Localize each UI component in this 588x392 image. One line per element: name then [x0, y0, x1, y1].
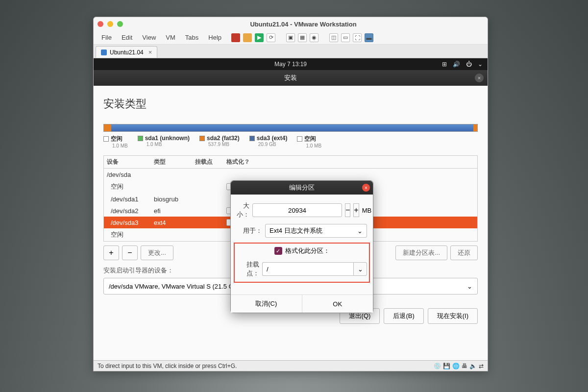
mount-label: 挂载点： [237, 260, 259, 278]
network-icon[interactable]: 🌐 [452, 363, 460, 369]
page-title: 安装类型 [103, 97, 478, 111]
snapshot-icon[interactable]: ▣ [286, 33, 295, 42]
snapshot-manager-icon[interactable]: ▦ [298, 33, 307, 42]
size-decrement-button[interactable]: − [345, 203, 350, 217]
ok-button[interactable]: OK [302, 295, 373, 313]
gnome-top-bar: May 7 13:19 ⊞ 🔊 ⏻ ⌄ [94, 58, 488, 70]
vm-icon [101, 49, 107, 55]
size-input[interactable] [252, 203, 342, 217]
unity-icon[interactable]: ◫ [329, 33, 338, 42]
menu-help[interactable]: Help [204, 33, 225, 42]
partition-table-headers: 设备 类型 挂载点 格式化？ [103, 155, 478, 168]
system-menu[interactable]: ⊞ 🔊 ⏻ ⌄ [442, 61, 483, 68]
install-now-button[interactable]: 现在安装(I) [428, 308, 478, 324]
tab-bar: Ubuntu21.04 × [94, 45, 488, 58]
partition-legend: 空闲 1.0 MB sda1 (unknown) 1.0 MB sda2 (fa… [103, 135, 478, 148]
size-increment-button[interactable]: + [353, 203, 359, 217]
window-title: Ubuntu21.04 - VMware Workstation [123, 21, 484, 28]
partition-bar[interactable] [103, 124, 478, 132]
mount-point-combo[interactable]: ⌄ [262, 262, 367, 276]
menu-view[interactable]: View [138, 33, 160, 42]
hdd-icon[interactable]: 💾 [443, 363, 450, 369]
legend-sda1: sda1 (unknown) 1.0 MB [138, 135, 190, 148]
volume-icon: 🔊 [453, 61, 460, 68]
bar-seg-free2[interactable] [473, 124, 477, 131]
remove-partition-button[interactable]: − [122, 245, 138, 260]
revert-button[interactable]: 还原 [450, 245, 478, 260]
dialog-close-icon[interactable]: × [362, 184, 370, 192]
power-on-icon[interactable]: ▶ [255, 33, 264, 42]
mount-point-input[interactable] [262, 262, 353, 276]
installer-header: 安装 × [94, 70, 488, 86]
menu-tabs[interactable]: Tabs [181, 33, 202, 42]
filesystem-select[interactable]: Ext4 日志文件系统 ⌄ [265, 224, 367, 238]
dialog-footer: 取消(C) OK [231, 294, 373, 313]
edit-partition-dialog: 编辑分区 × 大小： − + MB 用于： Ext4 日志文件系统 ⌄ ✓ 格式… [230, 180, 373, 313]
chevron-down-icon: ⌄ [357, 227, 363, 235]
highlight-annotation: ✓ 格式化此分区： 挂载点： ⌄ [234, 243, 370, 283]
format-row: ✓ 格式化此分区： [237, 246, 367, 255]
use-label: 用于： [237, 226, 262, 235]
legend-sda3: sda3 (ext4) 20.9 GB [249, 135, 288, 148]
close-window-icon[interactable] [98, 21, 103, 27]
clock[interactable]: May 7 13:19 [274, 61, 307, 68]
size-row: 大小： − + MB [237, 201, 367, 219]
power-off-icon[interactable] [231, 33, 240, 42]
menu-edit[interactable]: Edit [118, 33, 136, 42]
tab-ubuntu[interactable]: Ubuntu21.04 × [96, 46, 157, 58]
tab-close-icon[interactable]: × [148, 49, 152, 56]
legend-free1: 空闲 1.0 MB [103, 135, 128, 148]
cancel-button[interactable]: 取消(C) [231, 295, 302, 313]
legend-sda2: sda2 (fat32) 537.9 MB [199, 135, 240, 148]
tab-label: Ubuntu21.04 [110, 49, 144, 56]
size-unit: MB [362, 207, 372, 214]
fullscreen-icon[interactable]: ⛶ [353, 33, 362, 42]
maximize-window-icon[interactable] [117, 21, 123, 27]
use-row: 用于： Ext4 日志文件系统 ⌄ [237, 224, 367, 238]
network-icon: ⊞ [442, 61, 447, 68]
bar-seg-main[interactable] [111, 124, 473, 131]
status-icons: 💿 💾 🌐 🖶 🔈 ⇄ [434, 363, 484, 369]
size-label: 大小： [237, 201, 249, 219]
exclusive-mode-icon[interactable]: ▬ [365, 33, 373, 42]
menubar: File Edit View VM Tabs Help ▶ ⟳ ▣ ▦ ◉ ◫ … [94, 31, 488, 45]
disk-icon[interactable]: 💿 [434, 363, 441, 369]
suspend-icon[interactable] [243, 33, 252, 42]
format-label: 格式化此分区： [285, 246, 330, 255]
legend-free2: 空闲 1.0 MB [297, 135, 321, 148]
console-icon[interactable]: ▭ [341, 33, 350, 42]
dialog-title: 编辑分区 [289, 183, 315, 192]
bar-seg-free1[interactable] [104, 124, 111, 131]
new-partition-table-button[interactable]: 新建分区表... [395, 245, 447, 260]
chevron-down-icon: ⌄ [478, 61, 483, 68]
statusbar: To direct input to this VM, click inside… [94, 360, 488, 371]
traffic-lights [98, 21, 123, 27]
mount-row: 挂载点： ⌄ [237, 260, 367, 278]
dialog-header: 编辑分区 × [231, 181, 373, 195]
power-icon: ⏻ [466, 61, 472, 68]
menu-vm[interactable]: VM [162, 33, 179, 42]
usb-icon[interactable]: ⇄ [479, 363, 484, 369]
menu-file[interactable]: File [98, 33, 116, 42]
printer-icon[interactable]: 🖶 [462, 363, 467, 369]
change-partition-button[interactable]: 更改... [141, 245, 173, 260]
installer-close-icon[interactable]: × [475, 74, 484, 82]
chevron-down-icon[interactable]: ⌄ [353, 262, 367, 276]
restart-icon[interactable]: ⟳ [267, 33, 275, 42]
table-row[interactable]: /dev/sda [104, 169, 477, 180]
sound-icon[interactable]: 🔈 [469, 363, 477, 369]
add-partition-button[interactable]: + [103, 245, 119, 260]
format-checkbox[interactable]: ✓ [274, 247, 282, 255]
toolbar: ▶ ⟳ ▣ ▦ ◉ ◫ ▭ ⛶ ▬ [231, 33, 373, 42]
minimize-window-icon[interactable] [107, 21, 113, 27]
status-text: To direct input to this VM, click inside… [98, 363, 237, 369]
titlebar: Ubuntu21.04 - VMware Workstation [94, 17, 488, 31]
chevron-down-icon: ⌄ [467, 283, 472, 290]
back-button[interactable]: 后退(B) [384, 308, 423, 324]
installer-title: 安装 [284, 74, 297, 82]
screenshot-icon[interactable]: ◉ [310, 33, 318, 42]
